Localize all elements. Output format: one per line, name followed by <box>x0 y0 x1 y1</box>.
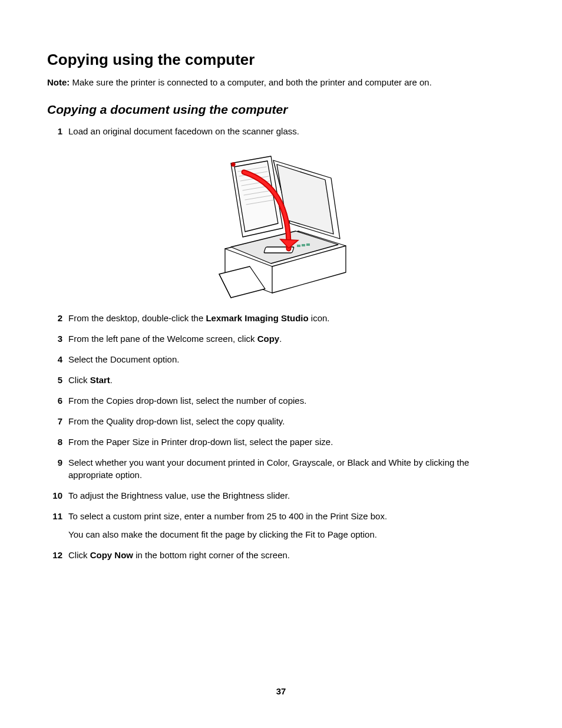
step-body: From the left pane of the Welcome screen… <box>68 332 515 345</box>
page-number: 37 <box>0 686 562 696</box>
step-text: From the Quality drop-down list, select … <box>68 415 515 427</box>
step-number: 6 <box>47 394 62 407</box>
step-number: 7 <box>47 415 62 427</box>
step-text: From the Paper Size in Printer drop-down… <box>68 436 515 448</box>
step-text: To adjust the Brightness value, use the … <box>68 489 515 502</box>
step-number: 1 <box>47 125 62 137</box>
text-run: From the left pane of the Welcome screen… <box>68 334 257 344</box>
step-body: From the Copies drop-down list, select t… <box>68 394 515 407</box>
step-body: To adjust the Brightness value, use the … <box>68 489 515 502</box>
step-text: Load an original document facedown on th… <box>68 125 515 137</box>
step-number: 3 <box>47 332 62 345</box>
step-body: From the Quality drop-down list, select … <box>68 415 515 427</box>
svg-rect-2 <box>302 244 305 246</box>
step-number: 5 <box>47 374 62 386</box>
text-run: Click <box>68 550 90 560</box>
step-body: From the desktop, double-click the Lexma… <box>68 312 515 324</box>
step-number: 10 <box>47 489 62 502</box>
step-number: 2 <box>47 312 62 324</box>
step-number: 4 <box>47 353 62 365</box>
step-number: 12 <box>47 549 62 561</box>
step-text: Select whether you want your document pr… <box>68 456 515 481</box>
step-2: 2 From the desktop, double-click the Lex… <box>47 312 515 324</box>
step-body: Click Copy Now in the bottom right corne… <box>68 549 515 561</box>
step-9: 9 Select whether you want your document … <box>47 456 515 481</box>
section-subheading: Copying a document using the computer <box>47 103 515 117</box>
step-body: From the Paper Size in Printer drop-down… <box>68 436 515 448</box>
svg-point-12 <box>232 163 235 166</box>
step-text-secondary: You can also make the document fit the p… <box>68 528 515 541</box>
step-11: 11 To select a custom print size, enter … <box>47 510 515 541</box>
step-10: 10 To adjust the Brightness value, use t… <box>47 489 515 502</box>
step-body: Select the Document option. <box>68 353 515 365</box>
note-paragraph: Note: Make sure the printer is connected… <box>47 77 515 87</box>
step-12: 12 Click Copy Now in the bottom right co… <box>47 549 515 561</box>
svg-rect-1 <box>297 245 300 247</box>
step-body: Select whether you want your document pr… <box>68 456 515 481</box>
step-text: From the left pane of the Welcome screen… <box>68 332 515 345</box>
text-bold: Copy Now <box>90 550 133 560</box>
step-text: Click Copy Now in the bottom right corne… <box>68 549 515 561</box>
step-4: 4 Select the Document option. <box>47 353 515 365</box>
text-run: . <box>279 334 282 344</box>
step-1: 1 Load an original document facedown on … <box>47 125 515 137</box>
document-page: Copying using the computer Note: Make su… <box>0 0 562 728</box>
step-3: 3 From the left pane of the Welcome scre… <box>47 332 515 345</box>
step-text: From the Copies drop-down list, select t… <box>68 394 515 407</box>
text-run: in the bottom right corner of the screen… <box>133 550 290 560</box>
step-body: Click Start. <box>68 374 515 386</box>
figure-container <box>47 146 515 301</box>
step-body: Load an original document facedown on th… <box>68 125 515 137</box>
step-text: Click Start. <box>68 374 515 386</box>
step-number: 8 <box>47 436 62 448</box>
text-bold: Copy <box>257 334 280 344</box>
page-heading: Copying using the computer <box>47 51 515 69</box>
text-run: icon. <box>309 313 330 323</box>
step-text: Select the Document option. <box>68 353 515 365</box>
step-5: 5 Click Start. <box>47 374 515 386</box>
text-run: . <box>110 375 113 385</box>
text-bold: Start <box>90 375 110 385</box>
step-body: To select a custom print size, enter a n… <box>68 510 515 541</box>
step-text: To select a custom print size, enter a n… <box>68 510 515 522</box>
printer-scanner-illustration <box>207 146 355 301</box>
step-number: 11 <box>47 510 62 522</box>
svg-rect-3 <box>306 243 310 246</box>
step-text: From the desktop, double-click the Lexma… <box>68 312 515 324</box>
note-text: Make sure the printer is connected to a … <box>70 77 432 87</box>
step-8: 8 From the Paper Size in Printer drop-do… <box>47 436 515 448</box>
text-run: From the desktop, double-click the <box>68 313 206 323</box>
step-7: 7 From the Quality drop-down list, selec… <box>47 415 515 427</box>
printer-scanner-icon <box>207 146 355 299</box>
text-run: Click <box>68 375 90 385</box>
step-number: 9 <box>47 456 62 469</box>
step-6: 6 From the Copies drop-down list, select… <box>47 394 515 407</box>
note-label: Note: <box>47 77 70 87</box>
text-bold: Lexmark Imaging Studio <box>206 313 308 323</box>
